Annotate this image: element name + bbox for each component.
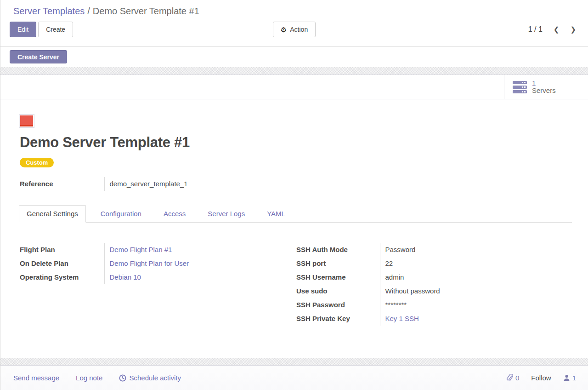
breadcrumb-parent-link[interactable]: Server Templates <box>13 6 85 16</box>
pager-value[interactable]: 1 / 1 <box>528 25 543 34</box>
field-group-left: Flight Plan Demo Flight Plan #1 On Delet… <box>19 243 284 284</box>
tab-general-settings[interactable]: General Settings <box>19 205 86 223</box>
action-button[interactable]: ⚙ Action <box>273 22 316 37</box>
attachments-button[interactable]: 0 <box>506 374 519 382</box>
send-message-button[interactable]: Send message <box>13 374 59 382</box>
field-row-ssh-password: SSH Password ******** <box>295 298 561 312</box>
chatter-bar: Send message Log note Schedule activity … <box>0 366 588 390</box>
stat-servers-count: 1 <box>532 80 556 87</box>
clock-icon <box>119 374 126 382</box>
paperclip-icon <box>506 374 513 382</box>
record-image-fill <box>20 115 33 126</box>
follow-button[interactable]: Follow <box>531 374 551 382</box>
stat-servers-label: Servers <box>532 87 556 94</box>
field-value: ******** <box>380 298 561 312</box>
attachments-count: 0 <box>515 374 519 382</box>
field-value: admin <box>380 270 561 284</box>
field-label: SSH Private Key <box>295 312 380 326</box>
reference-row: Reference demo_server_template_1 <box>19 177 205 191</box>
breadcrumb: Server Templates/Demo Server Template #1 <box>0 0 588 17</box>
field-label: SSH port <box>295 257 380 270</box>
field-label: Flight Plan <box>19 243 104 257</box>
servers-icon <box>513 81 527 93</box>
field-value: Without password <box>380 284 561 298</box>
tag-badge: Custom <box>20 158 54 167</box>
tab-yaml[interactable]: YAML <box>259 205 293 223</box>
form-sheet: Demo Server Template #1 Custom Reference… <box>0 99 588 358</box>
statusbar-texture-band <box>0 67 588 75</box>
field-label: Operating System <box>19 270 104 284</box>
create-server-button[interactable]: Create Server <box>10 50 67 63</box>
person-icon <box>563 374 570 381</box>
breadcrumb-separator: / <box>87 6 90 16</box>
field-row-flight-plan: Flight Plan Demo Flight Plan #1 <box>19 243 284 257</box>
field-label: SSH Auth Mode <box>295 243 380 257</box>
field-row-ssh-username: SSH Username admin <box>295 270 561 284</box>
field-label: SSH Username <box>295 270 380 284</box>
reference-label: Reference <box>19 177 104 191</box>
field-link-flight-plan[interactable]: Demo Flight Plan #1 <box>110 246 172 253</box>
field-link-on-delete-plan[interactable]: Demo Flight Plan for User <box>110 259 189 267</box>
field-label: On Delete Plan <box>19 257 104 270</box>
field-row-ssh-private-key: SSH Private Key Key 1 SSH <box>295 312 561 326</box>
schedule-activity-button[interactable]: Schedule activity <box>119 374 181 382</box>
log-note-button[interactable]: Log note <box>76 374 102 382</box>
gear-icon: ⚙ <box>281 26 287 33</box>
followers-count: 1 <box>572 374 576 382</box>
breadcrumb-current: Demo Server Template #1 <box>93 6 199 16</box>
field-link-ssh-private-key[interactable]: Key 1 SSH <box>385 315 419 322</box>
field-label: SSH Password <box>295 298 380 312</box>
tab-server-logs[interactable]: Server Logs <box>200 205 253 223</box>
stat-button-servers[interactable]: 1 Servers <box>504 75 588 99</box>
status-bar: Create Server <box>0 46 588 67</box>
tab-configuration[interactable]: Configuration <box>93 205 149 223</box>
page-title: Demo Server Template #1 <box>20 134 572 151</box>
chevron-left-icon[interactable]: ❮ <box>554 25 560 34</box>
record-image[interactable] <box>19 114 34 128</box>
button-box-row: 1 Servers <box>0 75 588 99</box>
field-group-right: SSH Auth Mode Password SSH port 22 SSH U… <box>295 243 561 326</box>
reference-value: demo_server_template_1 <box>104 177 205 191</box>
field-value: 22 <box>380 257 561 270</box>
field-link-operating-system[interactable]: Debian 10 <box>110 273 141 281</box>
field-row-ssh-auth-mode: SSH Auth Mode Password <box>295 243 561 257</box>
tab-access[interactable]: Access <box>156 205 193 223</box>
followers-button[interactable]: 1 <box>563 374 576 382</box>
schedule-activity-label: Schedule activity <box>129 374 181 382</box>
field-value: Password <box>380 243 561 257</box>
chatter-texture-band <box>0 358 588 366</box>
field-row-operating-system: Operating System Debian 10 <box>19 270 284 284</box>
notebook-tabs: General Settings Configuration Access Se… <box>19 205 572 223</box>
control-panel: Server Templates/Demo Server Template #1… <box>0 0 588 46</box>
pager: 1 / 1 ❮ ❯ <box>528 22 576 37</box>
chevron-right-icon[interactable]: ❯ <box>570 25 576 34</box>
field-row-use-sudo: Use sudo Without password <box>295 284 561 298</box>
field-row-ssh-port: SSH port 22 <box>295 257 561 270</box>
field-label: Use sudo <box>295 284 380 298</box>
action-button-label: Action <box>290 26 308 33</box>
tab-content-general-settings: Flight Plan Demo Flight Plan #1 On Delet… <box>19 229 572 326</box>
field-row-on-delete-plan: On Delete Plan Demo Flight Plan for User <box>19 257 284 270</box>
